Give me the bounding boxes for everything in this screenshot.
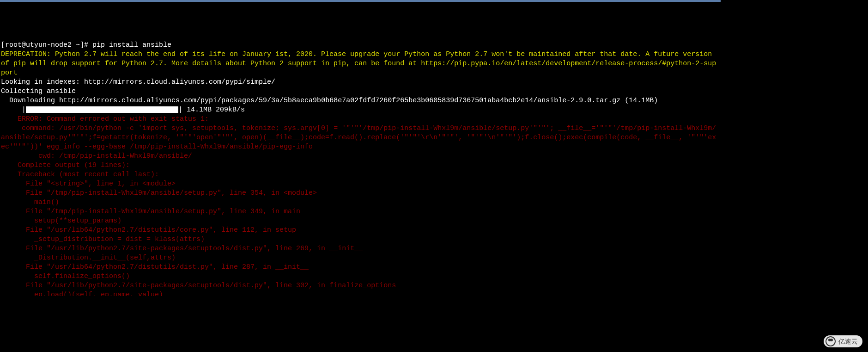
error-line-4: Traceback (most recent call last): xyxy=(1,170,720,179)
collecting-line: Collecting ansible xyxy=(1,87,720,96)
error-line-0: ERROR: Command errored out with exit sta… xyxy=(1,115,720,124)
progress-suffix: | 14.1MB 209kB/s xyxy=(178,106,245,114)
error-line-5: File "<string>", line 1, in <module> xyxy=(1,179,720,189)
error-line-3: Complete output (19 lines): xyxy=(1,161,720,170)
error-line-10: File "/usr/lib64/python2.7/distutils/cor… xyxy=(1,226,720,235)
deprecation-warning: DEPRECATION: Python 2.7 will reach the e… xyxy=(1,50,720,78)
error-line-11: _setup_distribution = dist = klass(attrs… xyxy=(1,235,720,244)
looking-in-indexes: Looking in indexes: http://mirrors.cloud… xyxy=(1,78,720,87)
error-line-1: command: /usr/bin/python -c 'import sys,… xyxy=(1,124,720,152)
error-line-2: cwd: /tmp/pip-install-Whxl9m/ansible/ xyxy=(1,152,720,161)
error-line-17: ep.load()(self, ep.name, value) xyxy=(1,290,720,296)
shell-prompt: [root@utyun-node2 ~]# xyxy=(1,41,92,49)
prompt-line: [root@utyun-node2 ~]# pip install ansibl… xyxy=(1,41,720,50)
error-line-6: File "/tmp/pip-install-Whxl9m/ansible/se… xyxy=(1,189,720,198)
error-line-15: self.finalize_options() xyxy=(1,272,720,281)
downloading-line: Downloading http://mirrors.cloud.aliyunc… xyxy=(1,96,720,105)
error-line-16: File "/usr/lib/python2.7/site-packages/s… xyxy=(1,281,720,290)
progress-bar xyxy=(26,106,178,113)
error-line-9: setup(**setup_params) xyxy=(1,216,720,226)
error-line-14: File "/usr/lib64/python2.7/distutils/dis… xyxy=(1,263,720,272)
error-line-12: File "/usr/lib/python2.7/site-packages/s… xyxy=(1,244,720,253)
error-line-13: _Distribution.__init__(self,attrs) xyxy=(1,253,720,263)
progress-line: || 14.1MB 209kB/s xyxy=(1,105,720,115)
progress-prefix: | xyxy=(1,106,26,114)
terminal-output: [root@utyun-node2 ~]# pip install ansibl… xyxy=(1,41,720,296)
error-line-7: main() xyxy=(1,198,720,207)
command-text[interactable]: pip install ansible xyxy=(92,41,171,49)
error-line-8: File "/tmp/pip-install-Whxl9m/ansible/se… xyxy=(1,207,720,216)
